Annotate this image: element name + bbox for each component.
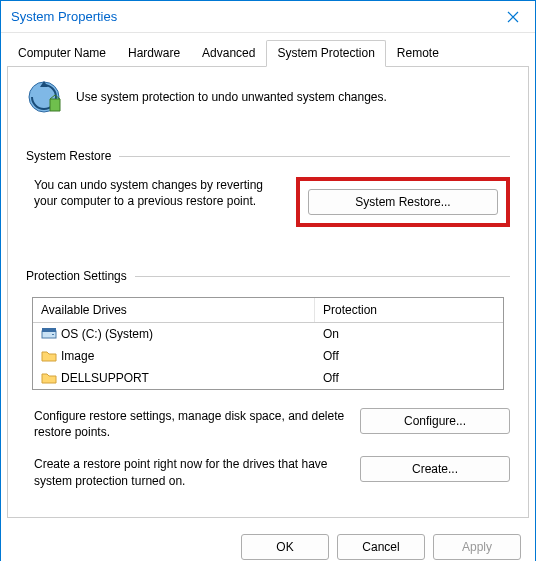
- divider: [135, 276, 510, 277]
- apply-button[interactable]: Apply: [433, 534, 521, 560]
- system-restore-button[interactable]: System Restore...: [308, 189, 498, 215]
- folder-icon: [41, 371, 57, 385]
- close-button[interactable]: [490, 1, 535, 33]
- system-restore-description: You can undo system changes by reverting…: [26, 177, 282, 209]
- column-protection[interactable]: Protection: [315, 298, 503, 322]
- drive-name: OS (C:) (System): [61, 327, 153, 341]
- folder-icon: [41, 349, 57, 363]
- create-section: Create a restore point right now for the…: [26, 456, 510, 488]
- tab-advanced[interactable]: Advanced: [191, 40, 266, 67]
- svg-rect-3: [42, 328, 56, 332]
- panel-header: Use system protection to undo unwanted s…: [26, 79, 510, 115]
- drive-status: Off: [315, 369, 503, 387]
- table-row[interactable]: OS (C:) (System) On: [33, 323, 503, 345]
- column-drives[interactable]: Available Drives: [33, 298, 315, 322]
- system-restore-label: System Restore: [26, 149, 111, 163]
- drive-name: Image: [61, 349, 94, 363]
- system-restore-section: You can undo system changes by reverting…: [26, 177, 510, 227]
- close-icon: [507, 11, 519, 23]
- tab-remote[interactable]: Remote: [386, 40, 450, 67]
- create-button[interactable]: Create...: [360, 456, 510, 482]
- drive-status: On: [315, 325, 503, 343]
- cancel-button[interactable]: Cancel: [337, 534, 425, 560]
- system-properties-window: System Properties Computer Name Hardware…: [0, 0, 536, 561]
- table-row[interactable]: Image Off: [33, 345, 503, 367]
- highlight-box: System Restore...: [296, 177, 510, 227]
- drive-icon: [41, 327, 57, 341]
- divider: [119, 156, 510, 157]
- panel-header-text: Use system protection to undo unwanted s…: [76, 90, 387, 104]
- configure-button[interactable]: Configure...: [360, 408, 510, 434]
- svg-rect-4: [52, 334, 54, 335]
- tab-system-protection[interactable]: System Protection: [266, 40, 385, 67]
- tabs: Computer Name Hardware Advanced System P…: [1, 33, 535, 66]
- system-restore-group: System Restore: [26, 149, 510, 163]
- drive-status: Off: [315, 347, 503, 365]
- titlebar: System Properties: [1, 1, 535, 33]
- protection-settings-group: Protection Settings: [26, 269, 510, 283]
- window-title: System Properties: [11, 9, 117, 24]
- tab-hardware[interactable]: Hardware: [117, 40, 191, 67]
- tab-panel: Use system protection to undo unwanted s…: [7, 66, 529, 518]
- dialog-footer: OK Cancel Apply: [1, 524, 535, 561]
- configure-section: Configure restore settings, manage disk …: [26, 408, 510, 440]
- tab-computer-name[interactable]: Computer Name: [7, 40, 117, 67]
- ok-button[interactable]: OK: [241, 534, 329, 560]
- table-row[interactable]: DELLSUPPORT Off: [33, 367, 503, 389]
- protection-settings-label: Protection Settings: [26, 269, 127, 283]
- restore-shield-icon: [26, 79, 62, 115]
- configure-description: Configure restore settings, manage disk …: [26, 408, 346, 440]
- drives-table: Available Drives Protection OS (C:) (Sys…: [32, 297, 504, 390]
- table-header: Available Drives Protection: [33, 298, 503, 323]
- create-description: Create a restore point right now for the…: [26, 456, 346, 488]
- drive-name: DELLSUPPORT: [61, 371, 149, 385]
